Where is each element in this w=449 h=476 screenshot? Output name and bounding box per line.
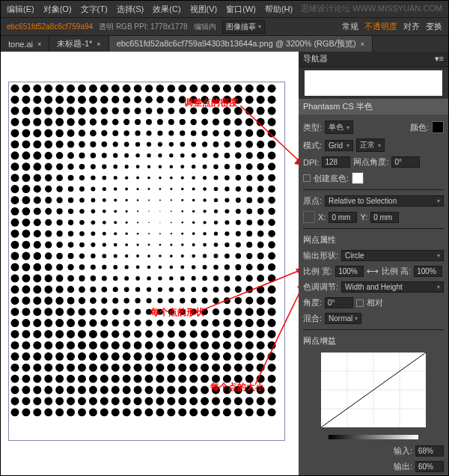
svg-point-236 xyxy=(236,186,241,192)
dpi-input[interactable] xyxy=(322,156,350,168)
tab-transform[interactable]: 变换 xyxy=(426,21,442,32)
svg-point-511 xyxy=(89,319,97,326)
menu-text[interactable]: 文字(T) xyxy=(81,4,108,15)
svg-point-396 xyxy=(147,266,151,269)
navigator-preview[interactable] xyxy=(305,70,442,96)
close-icon[interactable]: × xyxy=(361,40,364,48)
svg-point-553 xyxy=(22,341,30,350)
svg-point-707 xyxy=(134,408,142,416)
angle2-input[interactable] xyxy=(325,297,353,308)
svg-point-217 xyxy=(22,185,30,193)
menu-view[interactable]: 视图(V) xyxy=(190,4,218,15)
svg-point-702 xyxy=(78,408,86,416)
svg-point-485 xyxy=(67,308,75,316)
tab-align[interactable]: 对齐 xyxy=(403,21,420,32)
blend-select[interactable]: Normal xyxy=(325,313,361,324)
svg-point-214 xyxy=(257,174,264,181)
svg-point-614 xyxy=(167,364,175,372)
tab-opacity[interactable]: 不透明度 xyxy=(364,21,397,32)
tab-general[interactable]: 常规 xyxy=(342,21,358,32)
svg-point-443 xyxy=(135,287,140,292)
input-value[interactable] xyxy=(415,445,444,457)
mode-select[interactable]: Grid xyxy=(325,140,353,151)
svg-point-248 xyxy=(103,198,106,202)
mode-label: 模式: xyxy=(303,140,322,151)
edit-in[interactable]: 编辑内 xyxy=(194,22,216,32)
panel-menu-icon[interactable]: ▾≡ xyxy=(435,54,444,64)
shape-select[interactable]: Circle xyxy=(341,250,444,261)
svg-point-583 xyxy=(89,353,97,361)
svg-point-183 xyxy=(180,165,184,168)
navigator-tab[interactable]: 导航器 xyxy=(303,53,328,64)
svg-point-689 xyxy=(201,397,209,406)
svg-point-620 xyxy=(234,364,242,372)
svg-point-673 xyxy=(22,397,30,406)
close-icon[interactable]: × xyxy=(37,40,41,48)
svg-point-375 xyxy=(181,254,184,257)
scale-h-input[interactable] xyxy=(414,266,442,277)
menu-edit[interactable]: 编辑(E) xyxy=(7,4,34,15)
y-input[interactable] xyxy=(370,212,399,223)
svg-point-351 xyxy=(181,243,183,245)
relative-checkbox[interactable] xyxy=(356,299,364,307)
svg-point-340 xyxy=(56,242,62,248)
panel-title: Phantasm CS 半色 xyxy=(299,99,448,115)
create-bg-checkbox[interactable] xyxy=(303,174,311,182)
svg-point-649 xyxy=(22,386,30,394)
svg-point-648 xyxy=(10,386,19,394)
svg-point-235 xyxy=(224,186,229,191)
menu-object[interactable]: 对象(O) xyxy=(43,4,72,15)
tab-untitled[interactable]: 未标题-1*× xyxy=(49,36,109,52)
svg-point-250 xyxy=(125,199,127,201)
svg-point-86 xyxy=(168,119,174,125)
close-icon[interactable]: × xyxy=(97,40,100,48)
svg-point-462 xyxy=(79,297,85,304)
adjust-select[interactable]: Width and Height xyxy=(341,281,444,293)
svg-point-177 xyxy=(113,165,117,169)
svg-point-7 xyxy=(89,85,97,93)
mode-normal[interactable]: 正常 xyxy=(356,138,385,152)
x-input[interactable] xyxy=(329,212,357,223)
scale-w-input[interactable] xyxy=(335,266,364,277)
document-tabs: tone.ai× 未标题-1*× ebc651fd52a8c6cf759a943… xyxy=(1,35,448,52)
svg-point-2 xyxy=(33,85,41,93)
type-select[interactable]: 单色 xyxy=(325,120,353,134)
svg-point-442 xyxy=(124,287,129,292)
file-link[interactable]: ebc651fd52a8c6cf759a94 xyxy=(7,22,93,31)
svg-point-653 xyxy=(67,386,75,394)
svg-point-27 xyxy=(44,96,52,104)
svg-point-508 xyxy=(55,319,64,327)
svg-point-314 xyxy=(34,230,41,237)
svg-point-698 xyxy=(33,408,41,416)
output-value[interactable] xyxy=(415,461,444,472)
image-trace-select[interactable]: 图像描摹 xyxy=(222,20,265,34)
menu-window[interactable]: 窗口(W) xyxy=(226,4,256,15)
svg-point-193 xyxy=(22,174,30,182)
svg-point-345 xyxy=(114,243,117,247)
gradient-slider[interactable] xyxy=(329,435,418,439)
origin-select[interactable]: Relative to Selection xyxy=(325,195,444,207)
menu-effect[interactable]: 效果(C) xyxy=(153,4,180,15)
svg-point-422 xyxy=(169,276,173,280)
link-icon[interactable]: ⟷ xyxy=(367,266,379,276)
svg-point-510 xyxy=(78,319,86,327)
svg-point-584 xyxy=(100,353,109,361)
svg-point-293 xyxy=(68,220,73,225)
tab-tone[interactable]: tone.ai× xyxy=(1,36,49,52)
angle-input[interactable] xyxy=(391,156,420,168)
svg-point-384 xyxy=(10,263,19,271)
bg-swatch[interactable] xyxy=(352,172,364,184)
menu-select[interactable]: 选择(S) xyxy=(117,4,144,15)
svg-point-185 xyxy=(203,165,207,169)
menu-help[interactable]: 帮助(H) xyxy=(265,4,293,15)
svg-point-357 xyxy=(246,242,252,248)
svg-point-176 xyxy=(102,165,106,169)
svg-point-680 xyxy=(100,397,109,406)
origin-grid-icon[interactable] xyxy=(303,211,315,223)
scale-w-label: 比例 宽: xyxy=(303,266,332,277)
color-swatch[interactable] xyxy=(432,121,444,133)
arrow-density xyxy=(240,106,299,173)
canvas[interactable]: 调整点的密度 每个点的形状 每个点的大小 xyxy=(1,52,299,476)
tab-image[interactable]: ebc651fd52a8c6cf759a94303b13644a.png @ 3… xyxy=(109,36,373,52)
dot-gain-curve[interactable] xyxy=(321,353,426,427)
